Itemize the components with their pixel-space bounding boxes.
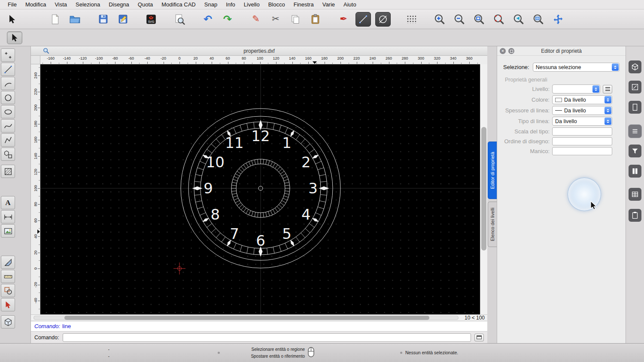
shape-tool-button[interactable] xyxy=(1,284,15,297)
vertical-scrollbar[interactable] xyxy=(480,64,487,314)
cut-button[interactable]: ✂ xyxy=(268,12,283,27)
menu-item-vista[interactable]: Vista xyxy=(50,0,71,9)
menu-item-modifica[interactable]: Modifica xyxy=(21,0,50,9)
menu-item-varie[interactable]: Varie xyxy=(318,0,339,9)
modify-tool-button[interactable] xyxy=(1,298,15,311)
selection-tool-pressed-button[interactable] xyxy=(7,31,22,44)
menu-item-quota[interactable]: Quota xyxy=(134,0,157,9)
undo-button[interactable]: ↶ xyxy=(200,12,216,27)
menu-item-info[interactable]: Info xyxy=(222,0,240,9)
polyline-tool-button[interactable] xyxy=(1,133,15,147)
selection-filter-panel-button[interactable] xyxy=(629,145,641,157)
h-ruler-label: -60 xyxy=(128,56,134,60)
tab-layer-list[interactable]: Elenco dei livelli xyxy=(488,202,497,247)
dimension-tool-button[interactable] xyxy=(1,210,15,223)
linetype-dropdown[interactable]: Da livello xyxy=(552,117,612,126)
lineweight-dropdown[interactable]: Da livello xyxy=(552,106,612,115)
grid-toggle-button[interactable] xyxy=(404,12,419,27)
line-tool-button[interactable] xyxy=(1,63,15,76)
command-prompt-row: Comando: xyxy=(31,331,487,343)
zoom-auto-button[interactable] xyxy=(471,12,487,27)
draw-order-input[interactable] xyxy=(552,137,612,145)
menu-item-livello[interactable]: Livello xyxy=(240,0,264,9)
zoom-selection-button[interactable] xyxy=(491,12,507,27)
text-tool-button[interactable]: A xyxy=(1,196,15,209)
draw-freehand-button[interactable]: ✎ xyxy=(248,12,264,27)
view-cube-panel-button[interactable] xyxy=(629,60,641,73)
ellipse-tool-button[interactable] xyxy=(1,105,15,118)
zoom-in-button[interactable] xyxy=(432,12,447,27)
selection-dropdown[interactable]: Nessuna selezione xyxy=(533,63,620,72)
circle-tool-button[interactable] xyxy=(1,91,15,104)
pen-tool-button[interactable]: ✒ xyxy=(336,12,351,27)
property-editor-title: Editor di proprietà xyxy=(541,48,582,54)
layer-dropdown[interactable] xyxy=(552,84,600,94)
menu-item-finestra[interactable]: Finestra xyxy=(289,0,318,9)
hatch-tool-button[interactable] xyxy=(1,165,15,178)
library-panel-button[interactable] xyxy=(629,165,641,178)
horizontal-scrollbar[interactable]: 10 < 100 xyxy=(31,314,487,321)
menu-item-snap[interactable]: Snap xyxy=(200,0,222,9)
tab-property-editor[interactable]: Editor di proprietà xyxy=(488,142,497,199)
line-icon xyxy=(3,65,13,74)
open-file-button[interactable] xyxy=(67,12,82,27)
layer-menu-button[interactable] xyxy=(603,85,612,94)
layer-row: Livello: xyxy=(497,84,626,94)
menu-item-blocco[interactable]: Blocco xyxy=(264,0,289,9)
command-history[interactable]: Comando: line xyxy=(31,321,487,331)
menu-item-seleziona[interactable]: Seleziona xyxy=(71,0,104,9)
save-as-button[interactable] xyxy=(115,12,131,27)
panel-close-button[interactable]: ✕ xyxy=(500,48,506,54)
arc-tool-button[interactable] xyxy=(1,77,15,90)
ellipse-tool-toolbar-button[interactable] xyxy=(375,12,391,27)
zoom-auto-icon xyxy=(473,13,485,25)
line-tool-toolbar-button[interactable] xyxy=(355,12,371,27)
paste-button[interactable] xyxy=(307,12,323,27)
point-tool-button[interactable] xyxy=(1,48,15,62)
ellipse-tool-icon xyxy=(378,14,388,24)
svg-export-button[interactable]: SVG xyxy=(143,12,159,27)
menu-item-modifica-cad[interactable]: Modifica CAD xyxy=(157,0,200,9)
document-titlebar[interactable]: properties.dxf xyxy=(31,46,487,56)
polygon-tool-button[interactable] xyxy=(1,148,15,161)
selection-tool-button[interactable] xyxy=(4,12,20,27)
pan-button[interactable] xyxy=(550,12,566,27)
property-list-panel-button[interactable] xyxy=(629,125,641,138)
new-file-button[interactable] xyxy=(47,12,63,27)
image-tool-button[interactable] xyxy=(1,224,15,238)
horizontal-scrollbar-thumb[interactable] xyxy=(64,316,429,320)
save-button[interactable] xyxy=(95,12,111,27)
color-dropdown[interactable]: Da livello xyxy=(552,95,612,104)
command-window-toggle-button[interactable] xyxy=(474,334,484,341)
print-preview-button[interactable] xyxy=(172,12,187,27)
linetype-scale-input[interactable] xyxy=(552,127,612,136)
fill-tool-button[interactable] xyxy=(1,256,15,269)
redo-button[interactable]: ↷ xyxy=(220,12,235,27)
spline-tool-button[interactable] xyxy=(1,119,15,133)
svg-export-icon: SVG xyxy=(146,14,157,25)
vertical-scrollbar-thumb[interactable] xyxy=(481,127,486,250)
solid-tool-button[interactable] xyxy=(1,315,15,329)
h-ruler-label: 360 xyxy=(466,56,472,60)
measure-tool-button[interactable] xyxy=(1,270,15,283)
linetype-scale-row: Scala del tipo: xyxy=(497,127,626,136)
point-tool-icon xyxy=(3,51,13,60)
v-ruler-label: 40 xyxy=(33,232,38,241)
panel-detach-button[interactable] xyxy=(508,48,514,54)
handle-input[interactable] xyxy=(552,147,612,155)
clipboard-panel-button[interactable] xyxy=(629,209,641,222)
zoom-previous-button[interactable] xyxy=(511,12,526,27)
drawing-canvas[interactable]: 121234567891011 xyxy=(40,64,480,314)
menu-item-file[interactable]: File xyxy=(3,0,21,9)
command-input[interactable] xyxy=(63,333,471,342)
copy-button[interactable] xyxy=(288,12,303,27)
table-icon xyxy=(630,190,640,199)
sheet-panel-button[interactable] xyxy=(629,101,641,114)
zoom-out-button[interactable] xyxy=(452,12,467,27)
zoom-window-button[interactable] xyxy=(531,12,546,27)
menu-item-disegna[interactable]: Disegna xyxy=(104,0,134,9)
h-ruler-label: -100 xyxy=(95,56,103,60)
block-edit-panel-button[interactable] xyxy=(629,81,641,94)
menu-item-aiuto[interactable]: Aiuto xyxy=(339,0,361,9)
table-panel-button[interactable] xyxy=(629,188,641,201)
